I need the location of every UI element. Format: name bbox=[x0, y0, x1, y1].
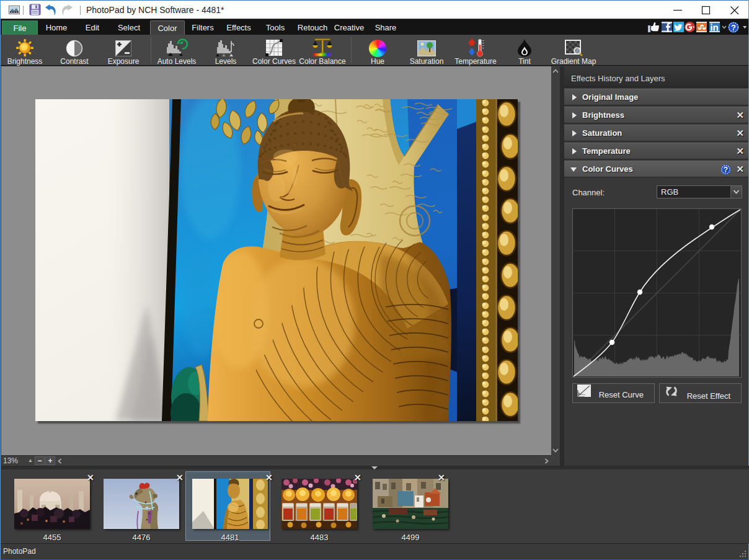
svg-text:?: ? bbox=[731, 23, 736, 32]
svg-text:?: ? bbox=[724, 166, 728, 174]
